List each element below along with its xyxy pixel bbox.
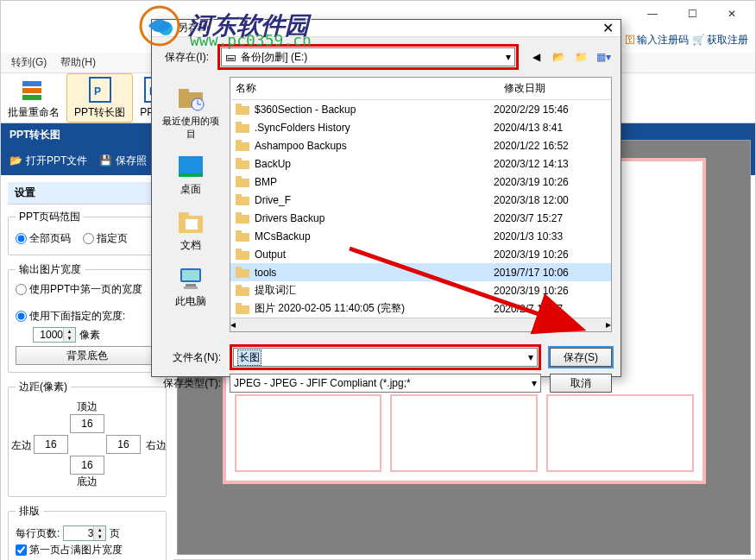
file-name-cell: Drive_F — [255, 194, 494, 206]
table-row[interactable]: .SyncFolders History2020/4/13 8:41 — [230, 118, 611, 136]
file-list[interactable]: 名称 修改日期 $360Section - Backup2020/2/29 15… — [230, 77, 612, 332]
ppt-to-long-label: PPT转长图 — [74, 105, 125, 120]
folder-icon — [236, 158, 249, 170]
place-desktop[interactable]: 桌面 — [156, 148, 225, 202]
margin-bottom-input[interactable]: 16 — [70, 456, 104, 475]
close-button[interactable]: ✕ — [712, 1, 752, 27]
up-icon[interactable]: 📂 — [550, 48, 567, 66]
svg-rect-34 — [236, 230, 242, 234]
table-row[interactable]: tools2019/7/17 10:06 — [230, 263, 611, 281]
radio-specify-pages[interactable]: 指定页 — [83, 231, 128, 246]
radio-first-page-width[interactable]: 使用PPT中第一页的宽度 — [16, 282, 159, 297]
file-date-cell: 2020/1/22 16:52 — [494, 140, 606, 152]
svg-rect-22 — [236, 122, 242, 125]
desktop-icon — [177, 153, 205, 180]
table-row[interactable]: BMP2020/3/19 10:26 — [230, 173, 611, 191]
back-icon[interactable]: ◀ — [527, 48, 545, 66]
view-icon[interactable]: ▦▾ — [595, 48, 612, 66]
svg-rect-28 — [236, 176, 242, 179]
svg-rect-16 — [182, 270, 199, 280]
layout-legend: 排版 — [16, 504, 43, 519]
svg-rect-26 — [236, 158, 242, 161]
svg-rect-31 — [236, 215, 249, 223]
folder-icon — [236, 104, 249, 116]
horizontal-scrollbar[interactable]: ◂▸ — [230, 318, 611, 331]
settings-panel: 设置 PPT页码范围 全部页码 指定页 输出图片宽度 使用PPT中第一页的宽度 … — [1, 175, 173, 560]
place-recent[interactable]: 最近使用的项目 — [156, 80, 225, 146]
folder-icon — [236, 122, 249, 134]
open-ppt-button[interactable]: 📂 打开PPT文件 — [9, 154, 87, 168]
svg-rect-1 — [22, 88, 41, 93]
table-row[interactable]: Drive_F2020/3/18 12:00 — [230, 191, 611, 209]
maximize-button[interactable]: ☐ — [672, 1, 712, 27]
file-date-cell: 2019/7/17 10:06 — [494, 267, 606, 279]
new-folder-icon[interactable]: 📁 — [572, 48, 589, 66]
svg-rect-33 — [236, 233, 249, 242]
file-list-header[interactable]: 名称 修改日期 — [230, 78, 611, 100]
folder-icon — [236, 249, 249, 261]
save-as-dialog: 另存为 ✕ 保存在(I): 🖴 备份[勿删] (E:) ▾ ◀ 📂 📁 ▦▾ — [151, 19, 621, 377]
file-name-cell: 图片 2020-02-05 11:40:05 (完整) — [255, 301, 494, 316]
margin-right-input[interactable]: 16 — [106, 435, 141, 454]
file-name-value: 长图 — [237, 349, 261, 366]
margin-left-input[interactable]: 16 — [34, 435, 68, 454]
table-row[interactable]: BackUp2020/3/12 14:13 — [230, 154, 611, 173]
svg-text:P: P — [94, 85, 101, 98]
save-button[interactable]: 保存(S) — [550, 348, 612, 367]
save-photo-button[interactable]: 💾 保存照 — [99, 154, 147, 168]
save-photo-label: 保存照 — [116, 154, 147, 168]
ppt-to-long-button[interactable]: P PPT转长图 — [66, 73, 133, 123]
file-date-cell: 2020/3/12 14:13 — [494, 158, 606, 170]
table-row[interactable]: MCsBackup2020/1/3 10:33 — [230, 227, 611, 245]
file-type-value: JPEG - JPEG - JFIF Compliant (*.jpg;* — [234, 377, 532, 389]
per-row-input[interactable]: ▲▼ — [63, 525, 106, 541]
minimize-button[interactable]: — — [633, 1, 672, 27]
table-row[interactable]: 图片 2020-02-05 11:40:05 (完整)2020/2/7 15:2… — [230, 299, 611, 318]
file-name-input[interactable]: 长图 ▾ — [233, 348, 538, 367]
table-row[interactable]: $360Section - Backup2020/2/29 15:46 — [230, 100, 611, 118]
file-date-cell: 2020/3/7 15:27 — [494, 212, 606, 224]
folder-icon — [236, 140, 249, 152]
file-name-cell: .SyncFolders History — [255, 122, 494, 134]
folder-icon — [236, 176, 249, 188]
bg-color-button[interactable]: 背景底色 — [16, 346, 159, 365]
enter-code-button[interactable]: ⚿ 输入注册码 — [625, 33, 689, 47]
table-row[interactable]: Output2020/3/19 10:26 — [230, 245, 611, 263]
batch-rename-label: 批量重命名 — [8, 105, 60, 120]
file-name-highlight: 长图 ▾ — [230, 344, 541, 370]
dialog-title-bar[interactable]: 另存为 ✕ — [152, 20, 621, 37]
menu-help[interactable]: 帮助(H) — [55, 53, 101, 72]
col-name-header[interactable]: 名称 — [230, 78, 499, 99]
file-name-cell: $360Section - Backup — [255, 104, 494, 116]
svg-rect-38 — [236, 267, 242, 270]
radio-all-pages[interactable]: 全部页码 — [16, 231, 71, 246]
batch-rename-button[interactable]: 批量重命名 — [1, 73, 66, 123]
dialog-app-icon — [159, 22, 173, 35]
cart-icon: 🛒 — [692, 34, 705, 46]
places-bar: 最近使用的项目 桌面 文档 此电脑 — [152, 77, 230, 337]
save-in-highlight: 🖴 备份[勿删] (E:) ▾ — [217, 44, 519, 70]
dialog-close-button[interactable]: ✕ — [602, 20, 614, 36]
svg-rect-24 — [236, 140, 242, 143]
margin-top-input[interactable]: 16 — [70, 414, 104, 433]
col-date-header[interactable]: 修改日期 — [499, 78, 611, 99]
place-computer[interactable]: 此电脑 — [156, 260, 225, 314]
margin-legend: 边距(像素) — [16, 380, 71, 394]
table-row[interactable]: Drivers Backup2020/3/7 15:27 — [230, 209, 611, 227]
svg-rect-14 — [186, 219, 198, 230]
cancel-button[interactable]: 取消 — [550, 374, 612, 393]
first-full-checkbox[interactable]: 第一页占满图片宽度 — [16, 543, 159, 557]
table-row[interactable]: 提取词汇2020/3/19 10:26 — [230, 281, 611, 299]
documents-icon — [177, 209, 205, 236]
svg-rect-40 — [236, 285, 242, 288]
table-row[interactable]: Ashampoo Backups2020/1/22 16:52 — [230, 136, 611, 154]
width-input[interactable]: ▲▼ — [33, 327, 76, 343]
place-documents[interactable]: 文档 — [156, 204, 225, 258]
svg-rect-27 — [236, 179, 249, 187]
radio-specify-width[interactable]: 使用下面指定的宽度: — [16, 309, 159, 324]
file-date-cell: 2020/3/18 12:00 — [494, 194, 606, 206]
menu-goto[interactable]: 转到(G) — [6, 53, 52, 72]
save-in-combo[interactable]: 🖴 备份[勿删] (E:) ▾ — [221, 47, 515, 66]
get-code-button[interactable]: 🛒 获取注册 — [692, 33, 748, 47]
file-type-combo[interactable]: JPEG - JPEG - JFIF Compliant (*.jpg;* ▾ — [230, 374, 541, 393]
